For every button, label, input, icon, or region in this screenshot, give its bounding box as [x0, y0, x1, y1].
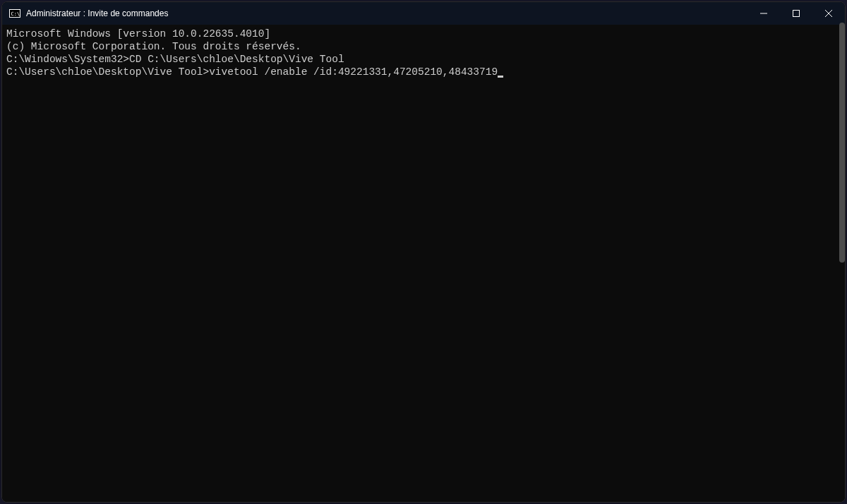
minimize-button[interactable]	[747, 2, 780, 25]
close-button[interactable]	[812, 2, 845, 25]
terminal-current-line: C:\Users\chloe\Desktop\Vive Tool>vivetoo…	[6, 66, 841, 78]
terminal-line: C:\Windows\System32>CD C:\Users\chloe\De…	[6, 53, 841, 66]
window-controls	[747, 2, 845, 25]
window-title: Administrateur : Invite de commandes	[26, 8, 168, 18]
titlebar[interactable]: C:\ Administrateur : Invite de commandes	[2, 2, 845, 25]
svg-rect-3	[793, 11, 800, 17]
scrollbar[interactable]	[837, 23, 846, 503]
svg-text:C:\: C:\	[11, 11, 20, 17]
command-prompt-window: C:\ Administrateur : Invite de commandes	[1, 1, 846, 503]
maximize-button[interactable]	[780, 2, 812, 25]
cursor-icon	[498, 76, 503, 78]
terminal-text: C:\Users\chloe\Desktop\Vive Tool>vivetoo…	[6, 66, 498, 78]
terminal-content[interactable]: Microsoft Windows [version 10.0.22635.40…	[2, 25, 845, 502]
terminal-line: (c) Microsoft Corporation. Tous droits r…	[6, 40, 841, 53]
titlebar-left: C:\ Administrateur : Invite de commandes	[2, 8, 168, 19]
scrollbar-thumb[interactable]	[839, 23, 845, 263]
terminal-line: Microsoft Windows [version 10.0.22635.40…	[6, 28, 841, 40]
cmd-icon: C:\	[9, 8, 20, 19]
